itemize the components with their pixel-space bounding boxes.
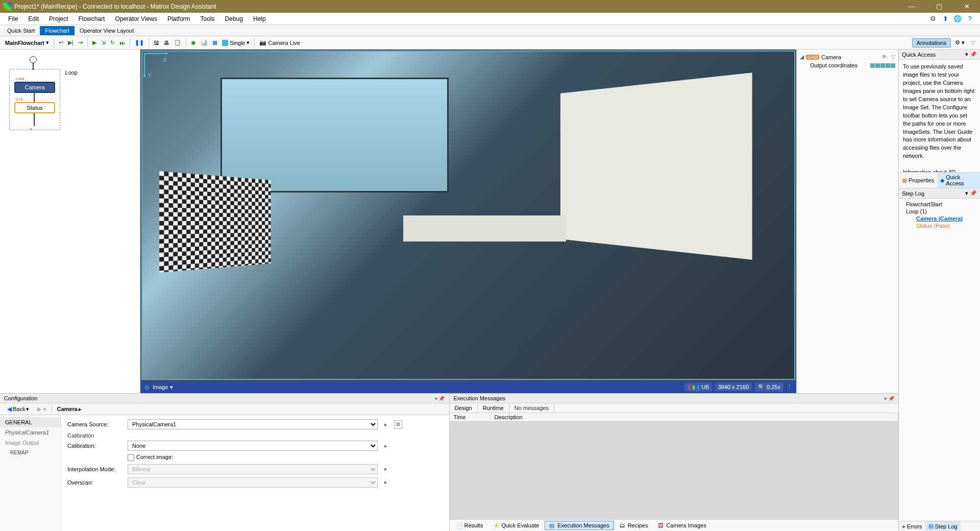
tab-quick-start[interactable]: Quick Start (2, 26, 40, 35)
minimize-button[interactable]: — (901, 0, 922, 13)
chart-icon[interactable]: 📊 (199, 38, 210, 47)
sidebar-physical-camera[interactable]: PhysicalCamera1 (0, 427, 61, 438)
bottom-results[interactable]: 📄Results (452, 521, 488, 530)
steplog-title: Step Log (902, 190, 924, 197)
config-gear-icon[interactable]: ⚙ (394, 420, 402, 429)
target-icon[interactable]: ◎ (144, 384, 150, 391)
menu-help[interactable]: Help (248, 14, 271, 24)
collapse-icon[interactable]: ⌄ (29, 125, 33, 131)
status-node[interactable]: STA Status (14, 102, 55, 113)
exec-tab-runtime[interactable]: Runtime (478, 403, 509, 413)
copy-icon[interactable]: 📋 (172, 38, 183, 47)
tab-steplog[interactable]: ▤Step Log (925, 521, 961, 531)
forward-button[interactable]: ▶ ▾ (34, 405, 49, 413)
image-panel: X Y ◎ Image ▾ ▮▮▮ U8 3840 x 2160 🔍 0.25x… (140, 50, 796, 393)
tree-output-row[interactable]: Output coordinates (800, 61, 895, 69)
histogram-icon[interactable]: ▦ (210, 38, 219, 47)
play-step-icon[interactable]: ⇲ (99, 38, 108, 47)
pause-icon[interactable]: ❚❚ (133, 38, 146, 47)
step-back-icon[interactable]: ↩ (57, 38, 65, 47)
col-description[interactable]: Description (491, 413, 899, 421)
help-icon[interactable]: ? (966, 15, 974, 23)
flowchart-start-node[interactable] (30, 56, 37, 63)
globe-icon[interactable]: 🌐 (953, 15, 962, 23)
steplog-status-line[interactable]: Status (Pass) (902, 222, 977, 229)
menu-edit[interactable]: Edit (23, 14, 44, 24)
expand-icon[interactable]: ▸ (382, 443, 390, 449)
correct-image-checkbox[interactable] (128, 454, 134, 461)
pin-icon[interactable]: ▾ 📌 (965, 190, 977, 197)
play-fast-icon[interactable]: ⏭ (117, 39, 127, 47)
back-button[interactable]: ◀Back ▾ (4, 405, 32, 413)
calibration-section: Calibration (67, 432, 443, 439)
bottom-recipes[interactable]: 🗂Recipes (615, 521, 653, 530)
record-icon[interactable]: ◉ (189, 38, 198, 47)
menu-operator-views[interactable]: Operator Views (110, 14, 162, 24)
quick-access-title: Quick Access (902, 52, 936, 58)
steplog-line[interactable]: Loop (1) (902, 208, 977, 215)
camera-source-select[interactable]: PhysicalCamera1 (128, 419, 378, 429)
pin-icon[interactable]: ▾ 📌 (965, 51, 977, 58)
eye-icon[interactable]: 👁 (881, 54, 887, 60)
close-button[interactable]: ✕ (957, 0, 977, 13)
single-mode[interactable]: Single ▾ (220, 38, 252, 47)
bottom-quick-evaluate[interactable]: ⚡Quick Evaluate (488, 521, 544, 530)
tab-errors[interactable]: ●Errors (899, 521, 925, 531)
pin-icon[interactable]: ▾ 📌 (435, 396, 445, 401)
image-content (220, 78, 449, 192)
image-source-combo[interactable]: Image ▾ (153, 384, 173, 391)
annotations-button[interactable]: Annotations (912, 38, 951, 47)
exec-tab-design[interactable]: Design (450, 403, 478, 413)
print-icon[interactable]: 🖶 (162, 39, 172, 47)
expand-icon[interactable]: ▸ (382, 479, 390, 486)
menu-flowchart[interactable]: Flowchart (73, 14, 110, 24)
sidebar-image-output[interactable]: Image Output (0, 438, 61, 448)
save-image-icon[interactable]: 🖫 (152, 39, 161, 47)
breadcrumb-camera[interactable]: Camera ▸ (54, 405, 85, 413)
configuration-panel: Configuration▾ 📌 ◀Back ▾ ▶ ▾ Camera ▸ GE… (0, 394, 450, 531)
filter-funnel-icon[interactable]: ▽ (891, 54, 895, 60)
coord-box-icon[interactable] (870, 63, 875, 68)
menu-project[interactable]: Project (44, 14, 73, 24)
bottom-execution-messages[interactable]: ▤Execution Messages (545, 521, 614, 530)
col-time[interactable]: Time (450, 413, 491, 421)
step-next-icon[interactable]: ⇥ (76, 38, 85, 47)
step-forward-icon[interactable]: ▶| (66, 38, 76, 47)
sidebar-general[interactable]: GENERAL (0, 417, 61, 427)
tab-properties[interactable]: ▦Properties (899, 173, 937, 188)
zoom-control[interactable]: 🔍 0.25x (755, 383, 783, 392)
calibration-select[interactable]: None (128, 441, 378, 451)
flowchart-combo[interactable]: MainFlowchart ▾ (3, 38, 51, 47)
tab-flowchart[interactable]: Flowchart (40, 26, 75, 35)
sidebar-remap[interactable]: REMAP (0, 448, 61, 457)
upload-icon[interactable]: ⬆ (941, 15, 949, 23)
settings-gear-icon[interactable]: ⚙ ▾ (953, 38, 967, 47)
annotations-tree: ◢ CAM Camera 👁 ▽ Output coordinates (796, 50, 898, 393)
error-icon: ● (902, 523, 905, 529)
image-view[interactable]: X Y (141, 51, 795, 380)
more-icon[interactable]: ⋮ (787, 384, 792, 391)
tree-camera-row[interactable]: ◢ CAM Camera 👁 ▽ (800, 53, 895, 61)
steplog-line[interactable]: FlowchartStart (902, 201, 977, 208)
gear-icon[interactable]: ⚙ (929, 15, 937, 23)
properties-icon: ▦ (902, 177, 907, 184)
camera-node[interactable]: CAM Camera (14, 82, 55, 93)
menu-file[interactable]: File (3, 14, 23, 24)
menu-debug[interactable]: Debug (220, 14, 248, 24)
menu-tools[interactable]: Tools (195, 14, 220, 24)
expand-icon[interactable]: ▸ (382, 466, 390, 472)
play-loop-icon[interactable]: ↻ (108, 38, 117, 47)
tab-quick-access[interactable]: ◆Quick Access (937, 173, 980, 188)
maximize-button[interactable]: ▢ (929, 0, 949, 13)
play-icon[interactable]: ▶ (90, 38, 99, 47)
bottom-camera-images[interactable]: 🖼Camera Images (653, 521, 710, 530)
steplog-camera-line[interactable]: Camera (Camera) (902, 215, 977, 222)
recipes-icon: 🗂 (620, 522, 626, 528)
filter-icon[interactable]: ▽ (969, 38, 977, 47)
camera-live-button[interactable]: 📷 Camera Live (257, 38, 302, 47)
menu-platform[interactable]: Platform (162, 14, 195, 24)
tab-operator-view-layout[interactable]: Operator View Layout (75, 26, 139, 35)
steplog-panel: FlowchartStart Loop (1) Camera (Camera) … (899, 199, 980, 521)
expand-icon[interactable]: ▸ (382, 421, 390, 428)
pin-icon[interactable]: ▾ 📌 (884, 396, 894, 401)
